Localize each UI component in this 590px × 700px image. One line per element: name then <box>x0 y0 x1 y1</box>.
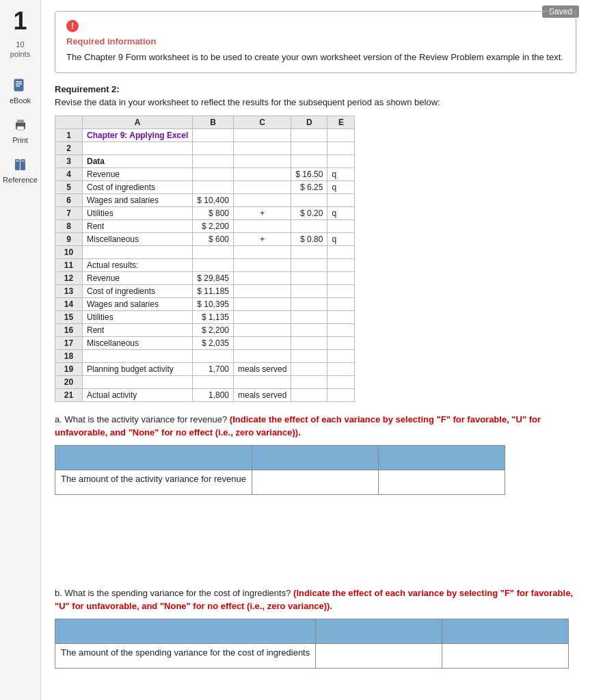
requirement-heading: Requirement 2: <box>55 84 576 94</box>
required-icon: ! <box>66 20 79 32</box>
answer-a-header-1 <box>55 445 252 470</box>
table-row: 11 Actual results: <box>55 258 355 271</box>
row-num: 1 <box>55 129 83 142</box>
col-header-e: E <box>327 116 355 129</box>
spreadsheet-table: A B C D E 1 Chapter 9: Applying Excel <box>55 116 355 402</box>
table-row: 1 Chapter 9: Applying Excel <box>55 129 355 142</box>
answer-a-label: The amount of the activity variance for … <box>55 470 252 494</box>
spacer <box>55 509 576 577</box>
sidebar-ebook-label: eBook <box>10 96 31 105</box>
table-row: 18 <box>55 349 355 362</box>
svg-rect-2 <box>16 83 22 85</box>
cell-1-e <box>327 129 355 142</box>
required-body: The Chapter 9 Form worksheet is to be us… <box>66 51 565 64</box>
cell-1-c <box>233 129 291 142</box>
answer-table-b: The amount of the spending variance for … <box>55 619 569 669</box>
col-header-a: A <box>83 116 193 129</box>
col-header-b: B <box>193 116 234 129</box>
table-row: 3 Data <box>55 154 355 167</box>
svg-rect-1 <box>16 81 22 83</box>
answer-a-input-1[interactable] <box>252 470 378 494</box>
required-title: Required information <box>66 36 565 46</box>
answer-table-a: The amount of the activity variance for … <box>55 445 505 495</box>
question-a-text: a. What is the activity variance for rev… <box>55 413 576 440</box>
table-row: 4 Revenue $ 16.50 q <box>55 167 355 180</box>
svg-rect-0 <box>14 79 23 91</box>
answer-a-input-2[interactable] <box>378 470 505 494</box>
table-row: 16 Rent $ 2,200 <box>55 323 355 336</box>
table-row: 5 Cost of ingredients $ 6.25 q <box>55 180 355 193</box>
sidebar-item-print[interactable]: Print <box>11 116 30 144</box>
svg-rect-3 <box>16 85 20 87</box>
col-header-num <box>55 116 83 129</box>
cell-1-b <box>193 129 234 142</box>
table-row: 7 Utilities $ 800 + $ 0.20 q <box>55 206 355 219</box>
answer-a-field-2[interactable] <box>384 477 499 487</box>
col-header-d: D <box>291 116 327 129</box>
answer-b-field-1[interactable] <box>321 651 436 661</box>
sidebar-print-label: Print <box>12 136 28 144</box>
book-icon <box>10 76 29 95</box>
cell-1-d <box>291 129 327 142</box>
answer-b-label: The amount of the spending variance for … <box>55 643 316 668</box>
svg-rect-5 <box>17 120 24 123</box>
answer-b-input-2[interactable] <box>442 643 569 668</box>
answer-b-field-2[interactable] <box>448 651 563 661</box>
table-row: 14 Wages and salaries $ 10,395 <box>55 297 355 310</box>
answer-b-header-1 <box>55 619 316 643</box>
answer-b-header-3 <box>442 619 569 643</box>
sidebar-item-reference[interactable]: Reference <box>3 155 38 184</box>
table-row: 8 Rent $ 2,200 <box>55 219 355 232</box>
table-row: 10 <box>55 245 355 258</box>
table-row: 17 Miscellaneous $ 2,035 <box>55 336 355 349</box>
answer-a-header-3 <box>378 445 505 470</box>
answer-a-header-2 <box>252 445 378 470</box>
cell-1-a: Chapter 9: Applying Excel <box>83 129 193 142</box>
table-row: 2 <box>55 142 355 154</box>
question-a-prefix: a. What is the activity variance for rev… <box>55 414 227 425</box>
table-row: 15 Utilities $ 1,135 <box>55 310 355 323</box>
answer-b-input-1[interactable] <box>316 643 442 668</box>
table-row: 21 Actual activity 1,800 meals served <box>55 388 355 401</box>
svg-rect-9 <box>16 161 19 161</box>
table-row: 13 Cost of ingredients $ 11,185 <box>55 284 355 297</box>
page-wrapper: 1 10 points eBook <box>0 0 590 700</box>
col-header-c: C <box>233 116 291 129</box>
reference-icon <box>10 155 29 174</box>
table-row: 9 Miscellaneous $ 600 + $ 0.80 q <box>55 232 355 245</box>
main-content: Saved ! Required information The Chapter… <box>41 0 590 700</box>
sidebar-reference-label: Reference <box>3 176 38 184</box>
print-icon <box>11 116 30 135</box>
question-b-text: b. What is the spending variance for the… <box>55 587 576 613</box>
sidebar: 1 10 points eBook <box>0 0 41 700</box>
table-row: 19 Planning budget activity 1,700 meals … <box>55 362 355 375</box>
sidebar-number: 1 <box>13 7 27 36</box>
svg-rect-6 <box>17 126 24 130</box>
required-info-box: ! Required information The Chapter 9 For… <box>55 11 576 73</box>
answer-b-header-2 <box>316 619 442 643</box>
table-row: 20 <box>55 375 355 388</box>
requirement-subtext: Revise the data in your worksheet to ref… <box>55 97 576 107</box>
svg-rect-10 <box>21 161 25 161</box>
table-row: 12 Revenue $ 29,845 <box>55 271 355 284</box>
sidebar-item-ebook[interactable]: eBook <box>10 76 31 105</box>
answer-a-field-1[interactable] <box>258 477 373 487</box>
question-b-prefix: b. What is the spending variance for the… <box>55 588 291 598</box>
table-row: 6 Wages and salaries $ 10,400 <box>55 193 355 206</box>
sidebar-points: 10 points <box>10 40 30 59</box>
